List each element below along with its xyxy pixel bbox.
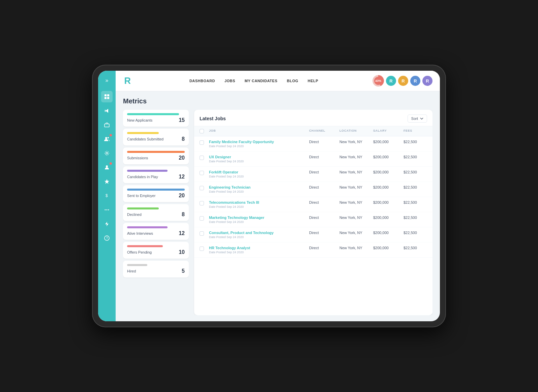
job-name[interactable]: Family Medicine Faculty Opportunity (209, 140, 309, 144)
row-checkbox[interactable] (200, 247, 204, 251)
row-checkbox-cell (200, 246, 209, 251)
th-channel: CHANNEL (309, 129, 339, 133)
metric-label: Candidates in Play (127, 175, 158, 179)
avatar-3[interactable]: R (410, 76, 420, 86)
job-name[interactable]: Forklift Operator (209, 170, 309, 174)
th-job: JOB (209, 129, 309, 133)
metric-card: Candidates Submitted 8 (123, 129, 189, 145)
nav-jobs[interactable]: JOBS (225, 79, 235, 83)
row-checkbox[interactable] (200, 156, 204, 160)
tablet-frame: » (92, 65, 446, 327)
channel-cell: Direct (309, 185, 339, 189)
table-row: HR Technology Analyst Date Posted Sep 24… (194, 242, 432, 258)
sidebar-icon-dots[interactable] (101, 204, 113, 216)
table-row: Forklift Operator Date Posted Sep 24 202… (194, 167, 432, 182)
nav-help[interactable]: HELP (308, 79, 318, 83)
metric-value: 20 (179, 155, 185, 161)
metric-bottom: Offers Pending 10 (127, 249, 185, 255)
row-checkbox[interactable] (200, 140, 204, 145)
header-checkbox[interactable] (200, 129, 204, 133)
fees-cell: $22,500 (404, 155, 427, 159)
metric-card: Candidates in Play 12 (123, 166, 189, 183)
sidebar-icon-grid[interactable] (101, 91, 113, 102)
svg-point-11 (105, 209, 106, 210)
job-name[interactable]: HR Technology Analyst (209, 246, 309, 250)
metric-bottom: Submissions 20 (127, 155, 185, 161)
svg-text:?: ? (106, 236, 108, 240)
row-checkbox[interactable] (200, 201, 204, 205)
sidebar-icon-lightning[interactable] (101, 218, 113, 230)
nav-blog[interactable]: BLOG (287, 79, 298, 83)
job-cell: Marketing Technology Manager Date Posted… (209, 216, 309, 224)
jobs-title: Latest Jobs (200, 116, 226, 121)
metric-card: Offers Pending 10 (123, 242, 189, 259)
svg-rect-1 (107, 94, 109, 96)
metric-label: Submissions (127, 156, 148, 160)
sidebar-icon-star[interactable] (101, 176, 113, 187)
channel-cell: Direct (309, 140, 339, 144)
job-date: Date Posted Sep 24 2020 (209, 190, 309, 193)
sidebar-icon-people[interactable] (101, 133, 113, 145)
metric-label: Ative Interviews (127, 231, 153, 235)
location-cell: New York, NY (339, 200, 373, 204)
progress-circle: 43% (372, 75, 384, 87)
metric-bar (127, 113, 179, 115)
row-checkbox[interactable] (200, 216, 204, 221)
sidebar-icon-dollar[interactable]: $ (101, 190, 113, 201)
metric-value: 20 (179, 193, 185, 199)
location-cell: New York, NY (339, 246, 373, 250)
svg-rect-3 (107, 97, 109, 99)
job-name[interactable]: Engineering Technician (209, 185, 309, 189)
channel-cell: Direct (309, 200, 339, 204)
svg-marker-14 (105, 222, 109, 226)
sidebar-icon-megaphone[interactable] (101, 105, 113, 117)
nav-dashboard[interactable]: DASHBOARD (189, 79, 215, 83)
metric-bottom: Declined 8 (127, 211, 185, 218)
metric-bar (127, 207, 159, 209)
content-row: New Applicants 15 Candidates Submitted 8… (123, 110, 432, 315)
metric-value: 12 (179, 174, 185, 180)
metric-bottom: Hired 5 (127, 268, 185, 274)
job-cell: Consultant, Product and Technology Date … (209, 231, 309, 239)
avatar-4[interactable]: R (422, 76, 432, 86)
sort-button[interactable]: Sort (408, 115, 427, 123)
nav-my-candidates[interactable]: MY CANDIDATES (245, 79, 277, 83)
metric-bar (127, 132, 159, 134)
metric-bar (127, 245, 163, 247)
metric-bottom: Candidates in Play 12 (127, 174, 185, 180)
sidebar-toggle[interactable]: » (103, 75, 111, 86)
metric-bottom: New Applicants 15 (127, 117, 185, 123)
sidebar-icon-briefcase[interactable] (101, 119, 113, 131)
row-checkbox[interactable] (200, 186, 204, 190)
sidebar-icon-question[interactable]: ? (101, 232, 113, 244)
job-name[interactable]: UX Designer (209, 155, 309, 159)
table-row: Marketing Technology Manager Date Posted… (194, 212, 432, 227)
job-date: Date Posted Sep 24 2020 (209, 144, 309, 148)
sidebar-icon-person[interactable] (101, 162, 113, 173)
job-name[interactable]: Marketing Technology Manager (209, 216, 309, 220)
jobs-table: JOB CHANNEL LOCATION SALARY FEES Family … (194, 126, 432, 315)
metric-card: Hired 5 (123, 261, 189, 277)
avatar-2[interactable]: R (398, 76, 408, 86)
metric-bar (127, 151, 185, 153)
metric-label: Declined (127, 213, 142, 217)
row-checkbox[interactable] (200, 231, 204, 236)
svg-rect-4 (104, 124, 109, 127)
metric-bottom: Candidates Submitted 8 (127, 136, 185, 142)
sidebar-icon-settings[interactable] (101, 148, 113, 159)
th-location: LOCATION (339, 129, 373, 133)
channel-cell: Direct (309, 231, 339, 235)
row-checkbox[interactable] (200, 171, 204, 175)
svg-text:$: $ (106, 193, 108, 198)
job-name[interactable]: Consultant, Product and Technology (209, 231, 309, 235)
metric-card: Declined 8 (123, 204, 189, 221)
job-cell: HR Technology Analyst Date Posted Sep 24… (209, 246, 309, 254)
location-cell: New York, NY (339, 216, 373, 220)
job-name[interactable]: Telecommunications Tech III (209, 200, 309, 204)
table-row: Engineering Technician Date Posted Sep 2… (194, 182, 432, 197)
metric-value: 12 (179, 230, 185, 236)
avatar-1[interactable]: R (386, 76, 396, 86)
row-checkbox-cell (200, 200, 209, 205)
location-cell: New York, NY (339, 140, 373, 144)
metric-label: Sent to Employer (127, 194, 155, 198)
